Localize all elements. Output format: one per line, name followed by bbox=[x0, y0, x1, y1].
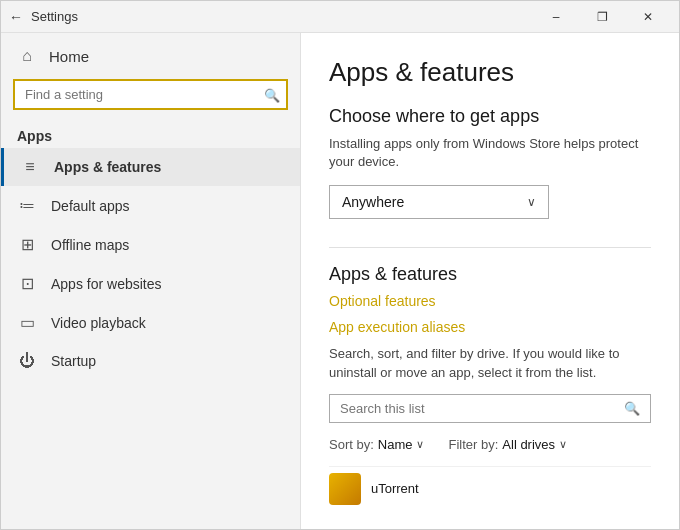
section1-title: Choose where to get apps bbox=[329, 106, 651, 127]
sort-by-control[interactable]: Sort by: Name ∨ bbox=[329, 437, 424, 452]
content-area: ⌂ Home 🔍 Apps ≡ Apps & features ≔ Defaul… bbox=[1, 33, 679, 529]
list-item[interactable]: uTorrent bbox=[329, 466, 651, 511]
sidebar-item-label: Startup bbox=[51, 353, 96, 369]
sidebar-item-video-playback[interactable]: ▭ Video playback bbox=[1, 303, 300, 342]
window-title: Settings bbox=[31, 9, 78, 24]
sort-filter-row: Sort by: Name ∨ Filter by: All drives ∨ bbox=[329, 437, 651, 452]
sidebar-item-apps-for-websites[interactable]: ⊡ Apps for websites bbox=[1, 264, 300, 303]
section-divider bbox=[329, 247, 651, 248]
sidebar-item-label: Offline maps bbox=[51, 237, 129, 253]
app-name: uTorrent bbox=[371, 481, 419, 496]
app-icon bbox=[329, 473, 361, 505]
minimize-button[interactable]: – bbox=[533, 1, 579, 33]
section2-title: Apps & features bbox=[329, 264, 651, 285]
sidebar-search-container: 🔍 bbox=[13, 79, 288, 110]
sidebar-item-apps-features[interactable]: ≡ Apps & features bbox=[1, 148, 300, 186]
offline-maps-icon: ⊞ bbox=[17, 235, 37, 254]
filter-value: All drives bbox=[502, 437, 555, 452]
default-apps-icon: ≔ bbox=[17, 196, 37, 215]
apps-source-dropdown[interactable]: Anywhere ∨ bbox=[329, 185, 549, 219]
search-description: Search, sort, and filter by drive. If yo… bbox=[329, 345, 651, 381]
sidebar-item-default-apps[interactable]: ≔ Default apps bbox=[1, 186, 300, 225]
video-playback-icon: ▭ bbox=[17, 313, 37, 332]
sidebar-item-label: Default apps bbox=[51, 198, 130, 214]
sort-value: Name bbox=[378, 437, 413, 452]
sidebar-item-label: Apps for websites bbox=[51, 276, 162, 292]
app-execution-aliases-link[interactable]: App execution aliases bbox=[329, 319, 651, 335]
search-list-container: 🔍 bbox=[329, 394, 651, 423]
sidebar-item-startup[interactable]: ⏻ Startup bbox=[1, 342, 300, 380]
sidebar-section-label: Apps bbox=[1, 122, 300, 148]
sidebar-item-label: Apps & features bbox=[54, 159, 161, 175]
close-button[interactable]: ✕ bbox=[625, 1, 671, 33]
dropdown-value: Anywhere bbox=[342, 194, 404, 210]
sort-chevron-icon: ∨ bbox=[416, 438, 424, 451]
settings-window: ← Settings – ❐ ✕ ⌂ Home 🔍 Apps bbox=[0, 0, 680, 530]
sidebar-item-label: Video playback bbox=[51, 315, 146, 331]
back-button[interactable]: ← bbox=[9, 9, 23, 25]
filter-by-control[interactable]: Filter by: All drives ∨ bbox=[448, 437, 567, 452]
sort-label: Sort by: bbox=[329, 437, 374, 452]
search-icon: 🔍 bbox=[264, 87, 280, 102]
maximize-button[interactable]: ❐ bbox=[579, 1, 625, 33]
optional-features-link[interactable]: Optional features bbox=[329, 293, 651, 309]
home-icon: ⌂ bbox=[17, 47, 37, 65]
search-list-input[interactable] bbox=[340, 401, 624, 416]
home-label: Home bbox=[49, 48, 89, 65]
sidebar-item-home[interactable]: ⌂ Home bbox=[1, 33, 300, 79]
search-list-icon: 🔍 bbox=[624, 401, 640, 416]
window-controls: – ❐ ✕ bbox=[533, 1, 671, 33]
search-input[interactable] bbox=[13, 79, 288, 110]
apps-features-icon: ≡ bbox=[20, 158, 40, 176]
main-content: Apps & features Choose where to get apps… bbox=[301, 33, 679, 529]
title-bar: ← Settings – ❐ ✕ bbox=[1, 1, 679, 33]
sidebar-item-offline-maps[interactable]: ⊞ Offline maps bbox=[1, 225, 300, 264]
apps-websites-icon: ⊡ bbox=[17, 274, 37, 293]
section1-description: Installing apps only from Windows Store … bbox=[329, 135, 651, 171]
startup-icon: ⏻ bbox=[17, 352, 37, 370]
chevron-down-icon: ∨ bbox=[527, 195, 536, 209]
title-bar-left: ← Settings bbox=[9, 9, 78, 25]
page-title: Apps & features bbox=[329, 57, 651, 88]
filter-label: Filter by: bbox=[448, 437, 498, 452]
filter-chevron-icon: ∨ bbox=[559, 438, 567, 451]
sidebar: ⌂ Home 🔍 Apps ≡ Apps & features ≔ Defaul… bbox=[1, 33, 301, 529]
